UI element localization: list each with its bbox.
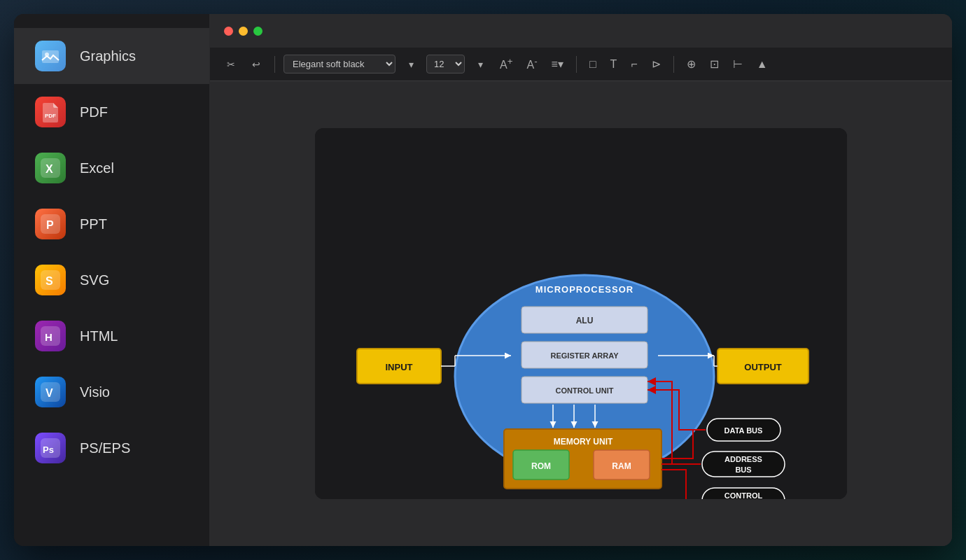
data-bus-label: DATA BUS	[724, 426, 763, 435]
control-unit-label: CONTROL UNIT	[556, 386, 614, 395]
svg-text:P: P	[46, 219, 54, 231]
microprocessor-label: MICROPROCESSOR	[536, 284, 634, 295]
visio-icon: V	[35, 377, 66, 407]
sidebar-label-pseps: PS/EPS	[80, 440, 130, 456]
sidebar-label-svg: SVG	[80, 272, 109, 288]
output-label: OUTPUT	[744, 362, 782, 372]
separator-3	[673, 56, 674, 73]
increase-font-button[interactable]: A+	[496, 53, 517, 74]
input-label: INPUT	[386, 362, 413, 372]
sidebar-label-excel: Excel	[80, 160, 114, 176]
sidebar-item-svg[interactable]: S SVG	[14, 252, 209, 308]
alu-label: ALU	[576, 316, 594, 326]
bend-tool[interactable]: ⌐	[626, 55, 641, 74]
flag-button[interactable]: ▲	[752, 55, 772, 74]
undo-button[interactable]: ↩	[246, 55, 266, 74]
svg-text:H: H	[45, 331, 52, 343]
font-size-dropdown-button[interactable]: ▾	[470, 55, 490, 74]
rect-tool[interactable]: □	[585, 55, 601, 74]
ram-label: RAM	[612, 461, 631, 471]
control-bus-label: CONTROL	[724, 491, 763, 499]
svg-text:V: V	[46, 387, 53, 399]
register-array-label: REGISTER ARRAY	[551, 351, 620, 360]
decrease-font-button[interactable]: A-	[522, 53, 541, 74]
main-content: ✂ ↩ Elegant soft black ▾ 12 ▾ A+ A- ≡▾ □…	[210, 14, 952, 546]
font-dropdown-button[interactable]: ▾	[401, 55, 421, 74]
svg-text:S: S	[46, 275, 53, 287]
font-size-selector[interactable]: 12	[426, 55, 465, 74]
layers-button[interactable]: ⊕	[682, 55, 700, 74]
sidebar-item-excel[interactable]: X Excel	[14, 140, 209, 196]
sidebar-label-graphics: Graphics	[80, 48, 136, 64]
svg-rect-0	[42, 50, 59, 63]
html-icon: H	[35, 321, 66, 351]
sidebar-item-pdf[interactable]: PDF PDF	[14, 84, 209, 140]
pdf-icon: PDF	[35, 97, 66, 127]
sidebar-label-ppt: PPT	[80, 216, 107, 232]
sidebar-label-pdf: PDF	[80, 104, 108, 120]
sidebar: Graphics PDF PDF X Excel	[14, 14, 210, 546]
minimize-button[interactable]	[239, 27, 248, 36]
svg-text:X: X	[46, 163, 53, 175]
close-button[interactable]	[224, 27, 233, 36]
canvas-area[interactable]: INPUT OUTPUT MICROPROCESSOR ALU REGISTER…	[210, 81, 952, 546]
align-button[interactable]: ≡▾	[547, 55, 568, 74]
align2-button[interactable]: ⊢	[729, 55, 747, 74]
separator-1	[274, 56, 275, 73]
sidebar-item-graphics[interactable]: Graphics	[14, 28, 209, 84]
app-window: Graphics PDF PDF X Excel	[14, 14, 952, 546]
svg-text:PDF: PDF	[45, 113, 56, 119]
pseps-icon: Ps	[35, 433, 66, 463]
excel-icon: X	[35, 153, 66, 183]
address-bus-label: ADDRESS	[724, 455, 762, 463]
sidebar-label-html: HTML	[80, 328, 118, 344]
sidebar-item-html[interactable]: H HTML	[14, 308, 209, 364]
arrow-tool[interactable]: ⊳	[648, 55, 665, 74]
sidebar-label-visio: Visio	[80, 384, 110, 400]
crop-button[interactable]: ⊡	[706, 55, 723, 74]
rom-label: ROM	[531, 461, 551, 471]
sidebar-item-ppt[interactable]: P PPT	[14, 196, 209, 252]
diagram-svg: INPUT OUTPUT MICROPROCESSOR ALU REGISTER…	[315, 128, 847, 499]
text-tool[interactable]: T	[606, 55, 622, 74]
memory-unit-label: MEMORY UNIT	[554, 437, 613, 447]
maximize-button[interactable]	[253, 27, 262, 36]
ppt-icon: P	[35, 209, 66, 239]
svg-text:Ps: Ps	[43, 444, 54, 455]
title-bar	[210, 14, 952, 48]
sidebar-item-visio[interactable]: V Visio	[14, 364, 209, 420]
svg-icon: S	[35, 265, 66, 295]
separator-2	[576, 56, 577, 73]
graphics-icon	[35, 41, 66, 71]
font-selector[interactable]: Elegant soft black	[284, 55, 396, 74]
svg-text:BUS: BUS	[735, 465, 751, 474]
toolbar: ✂ ↩ Elegant soft black ▾ 12 ▾ A+ A- ≡▾ □…	[210, 48, 952, 81]
sidebar-item-pseps[interactable]: Ps PS/EPS	[14, 420, 209, 476]
cut-button[interactable]: ✂	[221, 55, 241, 74]
diagram-canvas: INPUT OUTPUT MICROPROCESSOR ALU REGISTER…	[315, 128, 847, 499]
